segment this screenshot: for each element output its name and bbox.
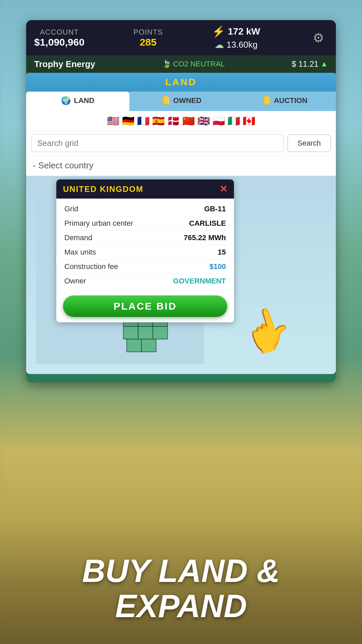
search-input[interactable] <box>32 135 284 152</box>
co2-value: 13.60kg <box>227 40 258 50</box>
popup-value-fee: $100 <box>209 262 226 271</box>
tab-auction-label: AUCTION <box>274 96 307 105</box>
up-arrow-icon: ▲ <box>320 60 328 68</box>
account-label: ACCOUNT <box>40 28 79 37</box>
place-bid-button[interactable]: PLACE BID <box>63 296 227 317</box>
popup-close-button[interactable]: ✕ <box>220 183 227 195</box>
flag-cn[interactable]: 🇨🇳 <box>182 115 195 127</box>
grid-cell[interactable] <box>123 326 138 339</box>
popup-row-grid: Grid GB-11 <box>64 202 226 216</box>
co2-badge: ☁ 13.60kg <box>215 39 258 50</box>
flag-us[interactable]: 🇺🇸 <box>107 115 119 127</box>
flag-pl[interactable]: 🇵🇱 <box>213 115 225 127</box>
cloud-icon: ☁ <box>215 39 224 50</box>
search-button[interactable]: Search <box>288 135 330 152</box>
bottom-title: BUY LAND &EXPAND <box>0 553 362 624</box>
popup-row-demand: Demand 765.22 MWh <box>64 231 226 245</box>
popup-title: UNITED KINGDOM <box>63 184 143 194</box>
co2-neutral-label: CO2 NEUTRAL <box>173 60 225 68</box>
app-container: ACCOUNT $1,090,960 POINTS 285 ⚡ 172 kW ☁… <box>26 20 336 382</box>
globe-icon: 🌍 <box>61 96 71 105</box>
popup-label-owner: Owner <box>64 277 86 285</box>
popup-value-maxunits: 15 <box>218 248 226 257</box>
grid-cell[interactable] <box>138 326 153 339</box>
popup-value-owner: GOVERNMENT <box>173 277 226 285</box>
popup-row-owner: Owner GOVERNMENT <box>64 274 226 288</box>
tab-auction[interactable]: 📒 AUCTION <box>233 92 336 111</box>
flags-row: 🇺🇸 🇩🇪 🇫🇷 🇪🇸 🇩🇰 🇨🇳 🇬🇧 🇵🇱 🇮🇹 🇨🇦 <box>26 111 336 131</box>
select-country-label: - Select country <box>33 160 94 170</box>
sub-status-bar: Trophy Energy 🍃 CO2 NEUTRAL $ 11.21 ▲ <box>26 55 336 73</box>
popup-value-center: CARLISLE <box>189 219 226 228</box>
tab-land[interactable]: 🌍 LAND <box>26 92 129 111</box>
info-popup: UNITED KINGDOM ✕ Grid GB-11 Primary urba… <box>56 179 234 322</box>
tab-owned-label: OWNED <box>173 96 201 105</box>
grid-cell[interactable] <box>141 339 156 352</box>
select-country-row[interactable]: - Select country <box>26 156 336 176</box>
power-value: 172 kW <box>228 26 260 37</box>
popup-body: Grid GB-11 Primary urban center CARLISLE… <box>56 199 234 291</box>
tab-land-label: LAND <box>74 96 94 105</box>
land-title-bar: LAND <box>26 73 336 92</box>
points-label: POINTS <box>133 28 163 37</box>
hand-cursor-icon: 👆 <box>235 300 299 361</box>
search-row: Search <box>26 131 336 156</box>
flag-gb[interactable]: 🇬🇧 <box>197 115 210 127</box>
flag-dk[interactable]: 🇩🇰 <box>167 115 180 127</box>
points-value: 285 <box>140 37 157 48</box>
popup-value-grid: GB-11 <box>204 205 226 213</box>
land-title: LAND <box>165 77 197 88</box>
price-change: $ 11.21 ▲ <box>292 59 328 69</box>
status-bar: ACCOUNT $1,090,960 POINTS 285 ⚡ 172 kW ☁… <box>26 20 336 55</box>
book-icon-auction: 📒 <box>261 96 271 105</box>
flag-fr[interactable]: 🇫🇷 <box>137 115 149 127</box>
popup-label-fee: Construction fee <box>64 262 118 271</box>
grid-cell[interactable] <box>127 339 141 352</box>
popup-label-center: Primary urban center <box>64 219 133 228</box>
flag-de[interactable]: 🇩🇪 <box>122 115 134 127</box>
account-value: $1,090,960 <box>34 37 84 48</box>
popup-label-demand: Demand <box>64 233 92 242</box>
popup-header: UNITED KINGDOM ✕ <box>56 179 234 199</box>
tab-owned[interactable]: 📒 OWNED <box>129 92 233 111</box>
popup-row-fee: Construction fee $100 <box>64 260 226 274</box>
flag-it[interactable]: 🇮🇹 <box>228 115 240 127</box>
bottom-section: BUY LAND &EXPAND <box>0 553 362 624</box>
popup-value-demand: 765.22 MWh <box>184 233 226 242</box>
map-area: UNITED KINGDOM ✕ Grid GB-11 Primary urba… <box>26 176 336 374</box>
popup-label-maxunits: Max units <box>64 248 96 257</box>
settings-button[interactable]: ⚙ <box>309 29 328 47</box>
flag-es[interactable]: 🇪🇸 <box>152 115 165 127</box>
power-section: ⚡ 172 kW ☁ 13.60kg <box>212 25 260 50</box>
price-value: $ 11.21 <box>292 59 318 69</box>
grid-cell[interactable] <box>153 326 168 339</box>
co2-neutral-badge: 🍃 CO2 NEUTRAL <box>162 60 225 68</box>
leaf-icon: 🍃 <box>162 60 171 68</box>
popup-label-grid: Grid <box>64 205 78 213</box>
lightning-icon: ⚡ <box>212 25 225 38</box>
tabs-bar: 🌍 LAND 📒 OWNED 📒 AUCTION <box>26 92 336 111</box>
account-section: ACCOUNT $1,090,960 <box>34 28 84 48</box>
land-panel: LAND 🌍 LAND 📒 OWNED 📒 AUCTION 🇺🇸 🇩🇪 🇫🇷 🇪… <box>26 73 336 374</box>
points-section: POINTS 285 <box>133 28 163 48</box>
power-badge: ⚡ 172 kW <box>212 25 260 38</box>
popup-row-maxunits: Max units 15 <box>64 245 226 260</box>
book-icon-owned: 📒 <box>161 96 171 105</box>
flag-ca[interactable]: 🇨🇦 <box>243 115 255 127</box>
company-name: Trophy Energy <box>34 59 95 69</box>
popup-row-center: Primary urban center CARLISLE <box>64 216 226 231</box>
